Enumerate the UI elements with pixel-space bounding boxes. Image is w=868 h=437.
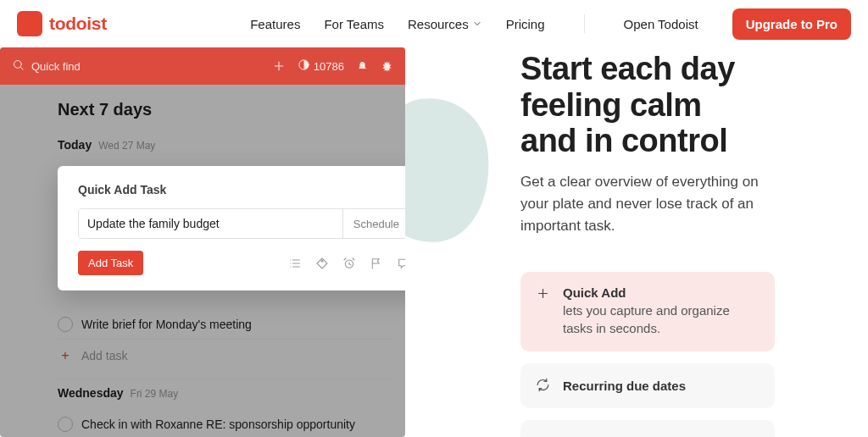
svg-line-17 xyxy=(353,258,354,260)
day-header-today: Today Wed 27 May xyxy=(58,138,405,152)
plus-icon: + xyxy=(58,348,73,363)
nav-features[interactable]: Features xyxy=(250,17,300,31)
modal-title: Quick Add Task xyxy=(78,183,405,196)
app-topbar: Quick find 10786 xyxy=(0,47,405,85)
search-input[interactable]: Quick find xyxy=(12,58,260,74)
feature-quick-add[interactable]: Quick Add lets you capture and organize … xyxy=(520,272,775,352)
day-header-wednesday: Wednesday Fri 29 May xyxy=(58,386,405,400)
comment-icon[interactable] xyxy=(397,257,405,270)
headline-line: Start each day xyxy=(520,51,826,87)
task-row[interactable]: Write brief for Monday's meeting xyxy=(58,310,392,340)
priority-icon[interactable] xyxy=(370,257,383,270)
feature-recurring[interactable]: Recurring due dates xyxy=(520,363,775,408)
svg-line-1 xyxy=(20,67,23,69)
hero-section: Start each day feeling calm and in contr… xyxy=(419,47,868,437)
nav-pricing[interactable]: Pricing xyxy=(506,17,545,31)
svg-point-12 xyxy=(321,260,323,262)
plus-icon xyxy=(536,286,550,301)
karma-icon xyxy=(298,58,310,74)
svg-point-0 xyxy=(14,61,22,69)
settings-icon[interactable] xyxy=(381,60,393,73)
top-nav: todoist Features For Teams Resources Pri… xyxy=(0,0,868,47)
search-icon xyxy=(12,58,25,74)
nav-teams[interactable]: For Teams xyxy=(324,17,384,31)
project-icon[interactable] xyxy=(288,257,302,270)
nav-open-app[interactable]: Open Todoist xyxy=(624,17,698,31)
logo[interactable]: todoist xyxy=(17,11,107,36)
svg-line-16 xyxy=(344,258,346,260)
logo-text: todoist xyxy=(49,14,107,34)
add-task-button[interactable]: Add Task xyxy=(78,251,143,275)
upgrade-button[interactable]: Upgrade to Pro xyxy=(732,8,851,40)
task-name-input[interactable] xyxy=(79,209,342,238)
task-title: Check in with Roxanne RE: sponsorship op… xyxy=(81,418,355,431)
nav-divider xyxy=(584,14,585,33)
nav-resources[interactable]: Resources xyxy=(408,17,482,31)
add-task-icon[interactable] xyxy=(272,59,286,73)
karma-value: 10786 xyxy=(314,60,344,73)
add-task-row[interactable]: + Add task xyxy=(58,340,392,379)
quick-add-modal: Quick Add Task Schedule Add Task xyxy=(58,166,405,290)
task-title: Write brief for Monday's meeting xyxy=(81,318,252,331)
chevron-down-icon xyxy=(472,17,482,31)
headline-line: feeling calm xyxy=(520,87,826,124)
label-icon[interactable] xyxy=(315,257,329,270)
feature-sections[interactable]: Sections & subtasks xyxy=(520,420,775,437)
reminder-icon[interactable] xyxy=(342,257,356,270)
logo-icon xyxy=(17,11,42,36)
svg-line-15 xyxy=(349,263,351,264)
search-placeholder: Quick find xyxy=(31,60,81,73)
schedule-button[interactable]: Schedule xyxy=(342,209,405,238)
headline-line: and in control xyxy=(520,123,826,159)
app-preview: Quick find 10786 Next 7 days Today Wed 2 xyxy=(0,47,419,437)
karma-counter[interactable]: 10786 xyxy=(298,58,344,74)
task-checkbox[interactable] xyxy=(58,417,73,432)
task-checkbox[interactable] xyxy=(58,317,73,332)
view-title: Next 7 days xyxy=(58,100,405,119)
nav-links: Features For Teams Resources Pricing Ope… xyxy=(250,8,851,40)
hero-subtitle: Get a clear overview of everything on yo… xyxy=(520,171,766,238)
recurring-icon xyxy=(536,378,550,392)
notifications-icon[interactable] xyxy=(356,60,369,73)
task-row[interactable]: Check in with Roxanne RE: sponsorship op… xyxy=(58,410,392,437)
